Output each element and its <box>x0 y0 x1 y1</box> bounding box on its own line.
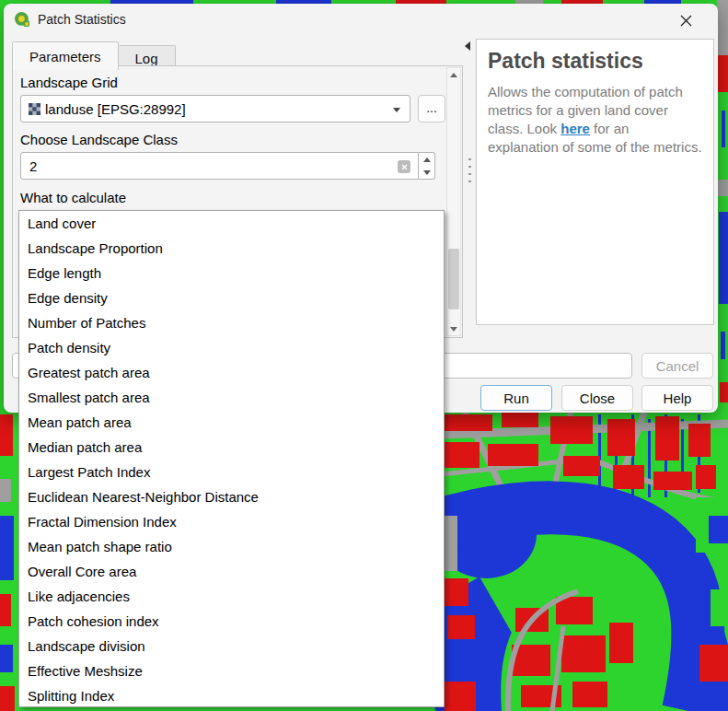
list-item[interactable]: Edge density <box>19 286 444 310</box>
close-icon[interactable] <box>672 9 699 31</box>
list-item[interactable]: Splitting Index <box>19 683 444 707</box>
scrollbar-thumb[interactable] <box>448 249 459 309</box>
tab-parameters[interactable]: Parameters <box>12 41 119 70</box>
list-item[interactable]: Mean patch shape ratio <box>19 534 444 559</box>
scroll-up-icon[interactable] <box>447 68 460 81</box>
titlebar: Patch Statistics <box>4 4 718 35</box>
list-item[interactable]: Landscape Proportion <box>19 236 444 261</box>
list-item[interactable]: Effective Meshsize <box>19 659 444 683</box>
list-item[interactable]: Mean patch area <box>19 410 444 435</box>
spinner-down-icon[interactable] <box>419 166 434 179</box>
calc-options-popup: Land cover Landscape Proportion Edge len… <box>18 210 445 707</box>
clear-icon[interactable] <box>398 160 410 173</box>
list-item[interactable]: Overall Core area <box>19 559 444 584</box>
list-item[interactable]: Landscape division <box>19 634 444 659</box>
landscape-grid-combobox[interactable]: landuse [EPSG:28992] <box>20 95 410 122</box>
help-button[interactable]: Help <box>641 385 713 411</box>
landscape-grid-label: Landscape Grid <box>20 75 118 90</box>
help-title: Patch statistics <box>488 49 702 74</box>
list-item[interactable]: Land cover <box>19 211 444 236</box>
list-item[interactable]: Largest Patch Index <box>19 460 444 484</box>
chevron-down-icon[interactable] <box>393 108 400 112</box>
window-title: Patch Statistics <box>38 12 126 27</box>
list-item[interactable]: Like adjacencies <box>19 584 444 609</box>
spinner <box>419 152 435 180</box>
what-to-calculate-label: What to calculate <box>20 190 126 205</box>
help-panel: Patch statistics Allows the computation … <box>476 39 714 325</box>
help-body: Allows the computation of patch metrics … <box>488 83 702 157</box>
landscape-class-spinbox: 2 <box>20 152 435 180</box>
browse-layer-button[interactable]: ... <box>418 95 445 122</box>
list-item[interactable]: Number of Patches <box>19 310 444 335</box>
close-button[interactable]: Close <box>561 385 633 411</box>
list-item[interactable]: Euclidean Nearest-Neighbor Distance <box>19 484 444 509</box>
list-item[interactable]: Fractal Dimension Index <box>19 509 444 534</box>
run-button[interactable]: Run <box>480 385 552 411</box>
raster-layer-icon <box>29 103 40 115</box>
list-item[interactable]: Median patch area <box>19 435 444 460</box>
landscape-class-label: Choose Landscape Class <box>20 132 178 147</box>
cancel-button[interactable]: Cancel <box>641 353 713 379</box>
list-item[interactable]: Greatest patch area <box>19 360 444 385</box>
help-link[interactable]: here <box>560 121 590 136</box>
list-item[interactable]: Smallest patch area <box>19 385 444 410</box>
qgis-logo-icon <box>14 11 30 28</box>
splitter-handle[interactable] <box>468 158 471 188</box>
list-item[interactable]: Edge length <box>19 261 444 286</box>
parameters-scrollbar[interactable] <box>446 67 461 336</box>
list-item[interactable]: Patch cohesion index <box>19 609 444 634</box>
scroll-down-icon[interactable] <box>447 322 460 335</box>
spinner-up-icon[interactable] <box>419 153 434 166</box>
list-item[interactable]: Patch density <box>19 335 444 360</box>
landscape-class-input[interactable]: 2 <box>20 152 419 180</box>
screen: Patch Statistics Parameters Log Landscap… <box>0 0 728 711</box>
layer-combo-value: landuse [EPSG:28992] <box>45 101 186 117</box>
landscape-class-value: 2 <box>29 158 37 174</box>
splitter-collapse-icon[interactable] <box>465 41 470 51</box>
